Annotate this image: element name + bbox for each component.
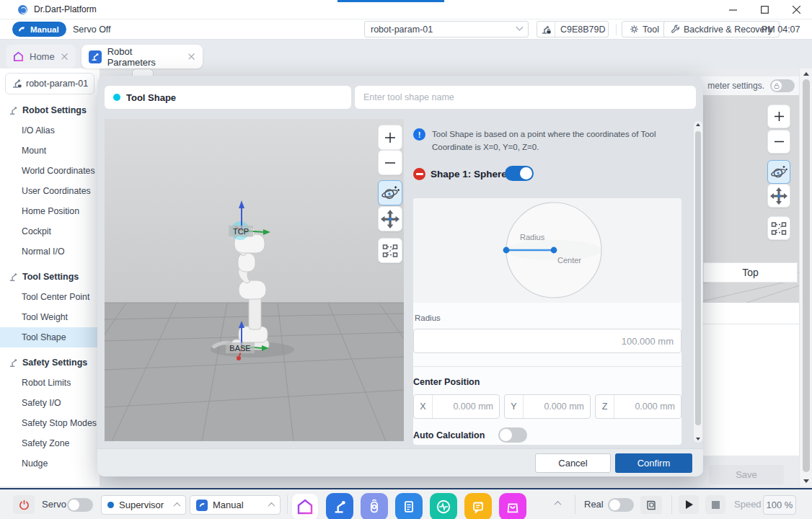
z-axis-label: Z [596, 395, 614, 418]
play-button[interactable] [679, 495, 699, 514]
maximize-button[interactable] [749, 0, 780, 19]
zoom-out-icon [385, 158, 395, 168]
device-id-value: C9E8B79D [555, 25, 606, 35]
sidebar-section-tool-settings: Tool Settings [0, 267, 100, 287]
speed-label: Speed [734, 499, 762, 510]
dialog-scrollbar-thumb[interactable] [695, 131, 701, 425]
sidebar-item-tool-weight[interactable]: Tool Weight [0, 307, 100, 327]
scroll-up-icon[interactable] [803, 72, 809, 76]
dialog-orbit-mode-button[interactable] [378, 180, 402, 205]
sidebar-item-safety-stop-modes[interactable]: Safety Stop Modes [0, 413, 100, 433]
dock-monitoring-icon[interactable] [430, 493, 457, 519]
dialog-title: Tool Shape [126, 92, 176, 103]
sidebar-item-safety-zone[interactable]: Safety Zone [0, 433, 100, 453]
wrench-icon [671, 25, 680, 34]
speed-value-box[interactable]: 100 % [763, 495, 796, 515]
auto-calculation-label: Auto Calculation [413, 430, 485, 440]
dock-home-icon[interactable] [291, 493, 319, 519]
dialog-zoom-out-button[interactable] [378, 150, 402, 175]
tab-home[interactable]: Home [6, 45, 76, 68]
tool-shape-name-input[interactable] [355, 86, 696, 109]
sidebar-item-cockpit[interactable]: Cockpit [0, 221, 100, 241]
dialog-3d-viewport[interactable]: TCP BASE [105, 119, 404, 441]
tool-button[interactable]: Tool [622, 21, 667, 37]
real-toggle[interactable] [608, 498, 634, 512]
dock-collapse-button[interactable] [555, 501, 560, 506]
center-y-input[interactable] [524, 395, 590, 418]
remove-shape-icon[interactable] [413, 168, 425, 180]
pan-mode-button[interactable] [767, 184, 790, 208]
sidebar-item-world-coordinates[interactable]: World Coordinates [0, 161, 100, 181]
zoom-in-icon [775, 112, 784, 121]
sidebar-item-mount[interactable]: Mount [0, 141, 100, 161]
zoom-in-icon [385, 133, 395, 143]
dialog-measure-mode-button[interactable] [378, 238, 402, 263]
radius-input[interactable] [413, 329, 681, 353]
measure-mode-button[interactable] [767, 216, 790, 240]
sidebar-item-normal-io[interactable]: Normal I/O [0, 241, 100, 262]
center-z-input[interactable] [614, 395, 681, 418]
center-x-input[interactable] [433, 395, 499, 418]
minimize-icon [729, 6, 737, 14]
diagram-center-label: Center [557, 256, 581, 265]
sidebar-item-user-coordinates[interactable]: User Coordinates [0, 181, 100, 201]
sidebar-item-nudge[interactable]: Nudge [0, 453, 100, 474]
tab-home-label: Home [30, 51, 55, 62]
sidebar-item-tool-shape[interactable]: Tool Shape [0, 327, 100, 347]
diagram-radius-label: Radius [520, 233, 545, 241]
stop-button[interactable] [705, 495, 725, 514]
tab-home-close-icon[interactable] [61, 53, 69, 61]
tcp-label: TCP [233, 227, 249, 236]
3d-viewer-button[interactable] [640, 496, 662, 514]
dialog-pan-mode-button[interactable] [378, 206, 402, 231]
chevron-up-icon [268, 502, 275, 510]
dialog-scroll-down-icon[interactable] [696, 438, 700, 440]
minimize-button[interactable] [717, 0, 749, 19]
dock-robot-parameters-icon[interactable] [326, 493, 353, 519]
servo-label: Servo [42, 499, 66, 510]
device-id-button[interactable]: C9E8B79D [537, 21, 609, 37]
power-button[interactable] [13, 495, 35, 514]
shape-title: Shape 1: Sphere [431, 169, 507, 179]
sidebar-preset-box[interactable]: robot-param-01 [5, 73, 94, 94]
scroll-down-icon[interactable] [803, 479, 809, 483]
close-button[interactable] [780, 0, 812, 19]
dock-task-writer-icon[interactable] [395, 493, 423, 519]
servo-status-text: Servo Off [73, 25, 111, 35]
save-button[interactable]: Save [709, 465, 784, 484]
dialog-scrollbar[interactable] [694, 121, 702, 443]
tab-robot-parameters[interactable]: Robot Parameters [81, 45, 203, 68]
sidebar-item-robot-limits[interactable]: Robot Limits [0, 373, 100, 393]
main-view-top-button[interactable]: Top [703, 262, 798, 283]
bottombar-divider [575, 495, 575, 514]
info-text: Tool Shape is based on a point where the… [432, 128, 677, 154]
dock-log-icon[interactable] [464, 493, 492, 519]
robot-parameters-icon [89, 50, 102, 63]
robot-icon [12, 79, 22, 89]
shape-enabled-toggle[interactable] [505, 166, 534, 181]
confirm-button[interactable]: Confirm [615, 453, 692, 473]
zoom-out-button[interactable] [767, 130, 790, 154]
lock-settings-toggle[interactable] [770, 79, 795, 92]
main-scrollbar[interactable] [799, 68, 812, 487]
tab-robot-parameters-close-icon[interactable] [187, 53, 195, 61]
mode-dropdown[interactable]: Manual [190, 495, 281, 515]
servo-toggle[interactable] [67, 498, 93, 512]
dock-remote-control-icon[interactable] [361, 493, 388, 519]
auto-calculation-toggle[interactable] [498, 427, 527, 443]
sidebar-item-home-position[interactable]: Home Position [0, 201, 100, 221]
sidebar-item-tool-center-point[interactable]: Tool Center Point [0, 287, 100, 307]
sidebar-item-safety-io[interactable]: Safety I/O [0, 393, 100, 413]
zoom-in-button[interactable] [767, 105, 790, 128]
manual-mode-icon [17, 25, 27, 34]
dialog-scroll-up-icon[interactable] [696, 123, 700, 126]
cancel-button[interactable]: Cancel [535, 453, 611, 473]
parameter-preset-dropdown[interactable]: robot-param-01 [364, 21, 529, 37]
main-scrollbar-thumb[interactable] [803, 79, 810, 472]
orbit-mode-button[interactable] [767, 160, 790, 184]
role-dropdown[interactable]: Supervisor [101, 495, 186, 515]
dialog-zoom-in-button[interactable] [378, 125, 402, 150]
dock-store-icon[interactable] [499, 493, 526, 519]
manual-mode-button[interactable]: Manual [12, 22, 66, 37]
sidebar-item-io-alias[interactable]: I/O Alias [0, 120, 100, 141]
